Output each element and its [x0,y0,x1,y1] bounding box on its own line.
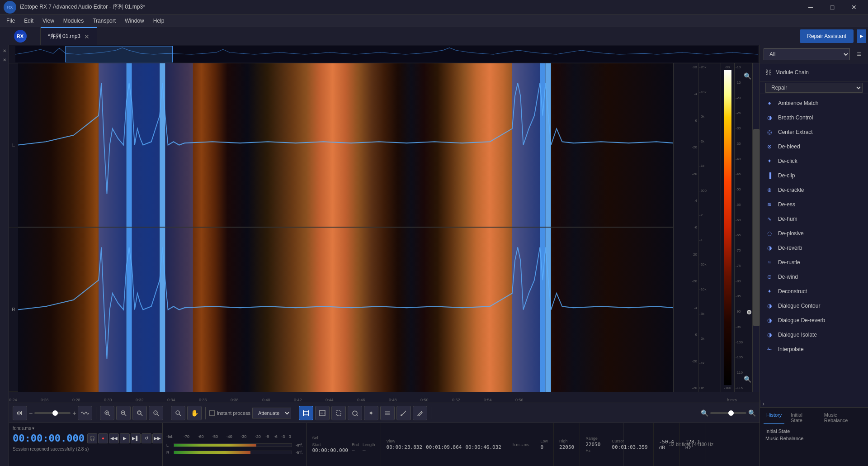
zoom-v-plus-btn[interactable]: 🔍 [748,409,756,417]
menu-edit[interactable]: Edit [19,16,38,26]
pan-tool-btn[interactable]: ✋ [187,406,202,420]
overview-track[interactable] [15,46,758,62]
panel-menu-button[interactable]: ≡ [854,49,864,60]
timeline-0-48: 0:48 [389,398,397,402]
zoom-out-vert-btn[interactable]: 🔍 [744,376,751,383]
end-label: End [352,442,359,447]
pencil-btn[interactable] [413,406,427,420]
maximize-button[interactable]: □ [822,0,843,14]
lasso-btn[interactable] [348,406,362,420]
menu-help[interactable]: Help [149,16,169,26]
tab-file[interactable]: *序列 01.mp3 ✕ [41,27,97,45]
start-value: 00:00:00.000 [312,447,348,453]
module-de-crackle[interactable]: ⊕ De-crackle [760,183,868,197]
module-chain-area[interactable]: ⛓ Module Chain [760,63,868,81]
menu-transport[interactable]: Transport [88,16,120,26]
zoom-h-thumb[interactable] [52,410,58,416]
tab-close-button[interactable]: ✕ [84,33,90,40]
module-de-bleed[interactable]: ⊗ De-bleed [760,139,868,154]
process-mode-select[interactable]: Attenuate [252,408,291,418]
spectrogram-main[interactable] [18,63,673,392]
spectrogram-row-r[interactable] [18,228,673,392]
module-de-wind[interactable]: ⊙ De-wind [760,270,868,284]
magic-wand-btn[interactable]: ✦ [364,406,378,420]
repair-select[interactable]: Repair [765,83,863,93]
waveform-view-btn[interactable] [13,406,27,420]
module-deconstruct[interactable]: ✦ Deconstruct [760,284,868,299]
module-de-reverb[interactable]: ◑ De-reverb [760,241,868,255]
history-tab-history[interactable]: History [764,411,784,424]
repair-assistant-arrow[interactable]: ▶ [857,29,866,43]
history-tab-initial[interactable]: Initial State [788,411,818,424]
module-dialogue-contour[interactable]: ◑ Dialogue Contour [760,299,868,313]
go-start-btn[interactable]: ◀◀ [109,433,119,443]
module-center-extract[interactable]: ◎ Center Extract [760,125,868,139]
wave-mode-btn[interactable] [78,406,92,420]
module-de-click[interactable]: ✦ De-click [760,154,868,168]
menu-view[interactable]: View [38,16,59,26]
module-de-clip[interactable]: ▐ De-clip [760,168,868,183]
module-ambience-match[interactable]: ● Ambience Match [760,96,868,110]
loop-btn[interactable]: ↺ [142,433,151,443]
zoom-in-btn[interactable] [100,406,114,420]
history-item-initial[interactable]: Initial State [764,428,864,435]
harmonic-icon [384,410,391,416]
module-de-plosive[interactable]: ◌ De-plosive [760,226,868,241]
zoom-out-btn[interactable] [116,406,131,420]
meter-r-fill [174,451,250,454]
timeline-0-32: 0:32 [136,398,144,402]
time-format-display[interactable]: h:m:s.ms ▾ [13,426,34,431]
module-de-rustle[interactable]: ≈ De-rustle [760,255,868,270]
play-btn[interactable]: ▶ [120,433,130,443]
headphones-btn[interactable]: 🎧 [87,433,97,443]
v-scrollbar[interactable] [753,63,760,392]
spectrogram-row-l[interactable] [18,63,673,228]
freq-selection-btn[interactable] [315,406,330,420]
rect-selection-btn[interactable] [331,406,346,420]
sel-label: Sel [312,436,375,440]
menu-window[interactable]: Window [120,16,149,26]
zoom-in-vert-btn[interactable]: 🔍 [744,72,751,80]
close-button[interactable]: ✕ [844,0,864,14]
module-de-hum[interactable]: ∿ De-hum [760,212,868,226]
go-end-btn[interactable]: ▶▶ [152,433,162,443]
de-ess-label: De-ess [778,201,795,208]
history-tab-music[interactable]: Music Rebalance [821,411,864,424]
zoom-fit-btn[interactable] [149,406,163,420]
zoom-h-plus-btn[interactable]: + [72,409,76,417]
time-format-dropdown[interactable]: ▾ [32,426,34,431]
category-select[interactable]: All Repair [764,48,850,60]
record-btn[interactable]: ● [98,433,108,443]
zoom-v-slider[interactable] [710,412,746,414]
menu-modules[interactable]: Modules [59,16,88,26]
zoom-h-minus-btn[interactable]: − [29,409,33,417]
collapse-top-btn[interactable]: ✕ [1,47,8,54]
minimize-button[interactable]: ─ [800,0,821,14]
module-dialogue-de-reverb[interactable]: ◑ Dialogue De-reverb [760,313,868,328]
zoom-v-thumb[interactable] [728,410,734,416]
module-dialogue-isolate[interactable]: ◑ Dialogue Isolate [760,328,868,342]
overview-waveform[interactable] [9,45,760,63]
module-interpolate[interactable]: ✁ Interpolate [760,342,868,357]
harmonic-btn[interactable] [380,406,395,420]
play-selection-btn[interactable]: ▶▌ [131,433,141,443]
module-breath-control[interactable]: ◑ Breath Control [760,110,868,125]
time-selection-btn[interactable] [299,406,313,420]
repair-assistant-button[interactable]: Repair Assistant [800,29,854,43]
zoom-v-minus-btn[interactable]: 🔍 [701,409,708,417]
collapse-bottom-btn[interactable]: ✕ [1,56,8,63]
right-panel-collapse-btn[interactable]: › [760,400,766,407]
module-de-ess[interactable]: ≋ De-ess [760,197,868,212]
waveform-icon [17,410,23,416]
svg-rect-42 [336,411,341,415]
history-item-music[interactable]: Music Rebalance [764,435,864,442]
zoom-selection-btn[interactable] [132,406,147,420]
v-scrollbar-thumb[interactable] [753,129,760,326]
view-length-block: 00:00:46.032 [466,444,501,450]
instant-process-checkbox[interactable] [209,410,215,416]
menu-file[interactable]: File [2,16,19,26]
window-controls: ─ □ ✕ [800,0,864,14]
zoom-h-slider[interactable] [34,412,71,414]
brush-btn[interactable] [396,406,411,420]
search-tool-btn[interactable] [171,406,185,420]
